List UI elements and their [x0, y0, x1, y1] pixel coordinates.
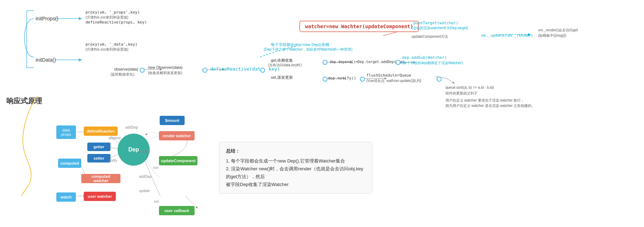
vm-render-label: vm._render()会去访问get: [538, 28, 578, 33]
update-label: update: [139, 150, 150, 154]
summary-line3: 被字段Dep收集了渲染Watcher: [226, 181, 366, 189]
dep-depend-circle: [396, 60, 401, 65]
adddep-top-label: addDep: [125, 125, 138, 129]
flush-sub-label: (Vue优化点: wathcer.update()队列): [366, 78, 421, 83]
dep-addsub-label: dep.addSub(Watcher): [402, 55, 447, 60]
user-watcher-node: user watcher: [84, 192, 116, 201]
dep-desc2-label: (Dep下存了多个Watcher，实际是对Watcher的一种管理): [264, 47, 352, 52]
setter-node: setter: [87, 154, 110, 162]
run-bottom-label: run: [154, 200, 159, 203]
observer-circle: [202, 68, 207, 73]
define-reactive-node: defineReactive: [84, 127, 118, 136]
update-component-method: updateComponent方法: [412, 34, 448, 39]
watch-node: watch: [56, 192, 76, 202]
computed-watcher-node: computed watcher: [81, 174, 120, 183]
summary-line1: 1. 每个字段都会生成一个new Dep(),它管理着Watcher集合: [226, 157, 366, 165]
user-watcher-note1: 用户自定义 watcher 要优先于渲染 watcher 执行；: [445, 98, 524, 103]
adddep-bottom-label: addDep: [139, 175, 151, 179]
vm-update-label: vm._update(vm._render): [481, 33, 533, 38]
proxy1-label: proxy(vm, '_props',key): [86, 10, 140, 15]
summary-box: 总结： 1. 每个字段都会生成一个new Dep(),它管理着Watcher集合…: [219, 142, 372, 194]
user-callback-node: user callback: [159, 206, 195, 215]
run-label: run: [153, 166, 158, 170]
new-observer-label: new Observer(data): [148, 65, 182, 69]
flush-circle: [437, 77, 442, 82]
set-notify-label: set,派发更新: [271, 75, 293, 80]
proxy1sub-label: (方便this.xxx拿到和设置值): [86, 15, 128, 20]
push-target-label: pushTarget(watcher): [413, 21, 458, 25]
get-collect-label: get,依赖收集: [271, 58, 293, 63]
observe-label: observe(data): [114, 67, 138, 71]
defineReactive-circle: [260, 68, 265, 73]
user-watcher-note2: 因为用户自定义 watcher 是在渲染 watcher 之前创建的。: [445, 103, 535, 108]
dep-addsub-sub-label: (每个字段的dep都绑定了渲染Watcher): [402, 61, 463, 66]
defineReactive1-label: defineReactive(props, key): [86, 20, 147, 25]
dep-desc-label: 每个字段都会dep=new Dep()依赖: [271, 42, 329, 47]
vm-render-sub-label: (如模板中{{msg}}): [538, 33, 566, 38]
get-circle: [323, 60, 328, 65]
set-circle: [323, 77, 328, 82]
notify-label: notify: [109, 159, 117, 162]
dep-notify-label: dep.notify(): [328, 76, 356, 81]
dep-depend-label: dep.depend()=Dep.target.addDep(dep): [330, 60, 405, 64]
update-bottom-label: update: [139, 189, 150, 193]
summary-line2: 2. 渲染Watcher new()时，会去调用render（也就是会去访问ob…: [226, 165, 366, 181]
observe-sub-label: (监听数据变化): [110, 72, 134, 77]
get-collect-sub-label: (当有访问data.key时): [268, 63, 302, 68]
observe-circle: [140, 68, 145, 73]
new-observer-sub-label: (收集依赖和派发更新): [148, 71, 182, 76]
getter-node: getter: [87, 143, 110, 151]
proxy2-label: proxy(vm, '_data',key): [86, 42, 138, 47]
push-target-sub-label: (当前的渲染watcher作为Dep.target): [412, 26, 468, 31]
flush-label: flushSchedulerQueue: [366, 73, 411, 78]
data-props-node: data props: [56, 125, 76, 139]
proxy2sub-label: (方便this.xxx拿到和设置值): [86, 47, 128, 52]
watcher-box: watcher=new Wachter(updateComponent): [299, 21, 419, 32]
smount-node: $mount: [160, 116, 185, 125]
depend-label: depend: [109, 136, 120, 140]
initdata-label: initData(): [36, 57, 56, 63]
child-parent-label: 组件的更新由父到子: [445, 91, 478, 96]
computed-node: computed: [58, 159, 81, 168]
summary-title: 总结：: [226, 147, 366, 155]
render-watcher-node: render watcher: [159, 131, 195, 140]
dep-notify-circle: [360, 77, 365, 82]
queue-sort-label: queue.sort((a, b) => a.id - b.id): [445, 86, 494, 89]
update-component-node: updateComponent: [159, 156, 197, 165]
initprops-label: initProps(): [36, 16, 58, 21]
